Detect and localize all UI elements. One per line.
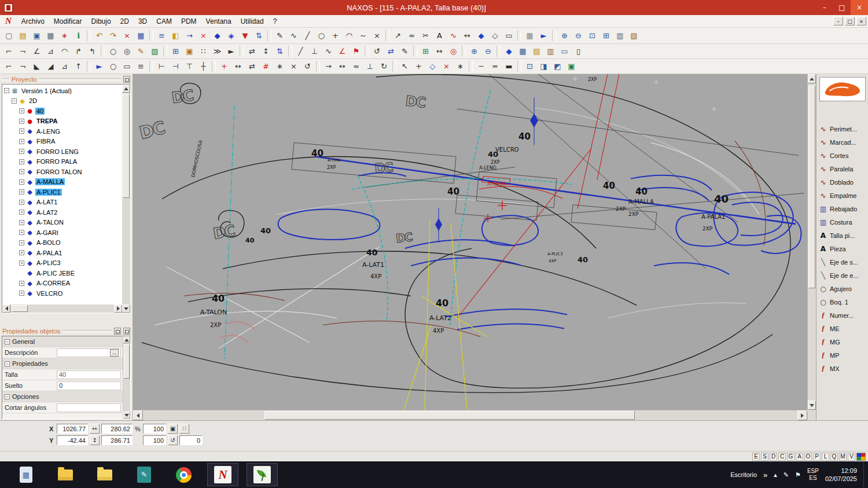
tree-item[interactable]: + FIBRA [4,137,122,147]
print-preview-icon[interactable]: ▥ [613,30,627,42]
scroll-right-icon[interactable] [114,304,122,313]
property-value-field[interactable] [64,337,121,346]
corner-b-icon[interactable]: ¬ [16,60,30,72]
diamond4-icon[interactable]: ◇ [426,60,439,72]
y-value-field[interactable]: -42.44 [57,435,88,445]
scroll-right-icon[interactable] [797,410,807,420]
stack-icon[interactable]: ≡ [134,60,148,72]
property-row[interactable]: Talla 40 [2,369,123,380]
scroll-down-icon[interactable] [122,304,130,313]
perp-icon[interactable]: ⊥ [308,45,321,57]
tool-item[interactable]: ∿ Empalme [816,189,868,202]
x-value-field[interactable]: 1026.77 [57,424,88,434]
play-icon[interactable]: ► [225,45,238,57]
next-icon[interactable]: ≫ [211,45,224,57]
tool-item[interactable]: ƒ MG [816,335,868,348]
tree-item[interactable]: + TREPA [4,116,122,127]
zoom-y-field[interactable]: 100 [143,435,166,445]
hatch-icon[interactable]: ▨ [148,45,161,57]
height-value-field[interactable]: 286.71 [101,435,133,445]
mode-letter[interactable]: V [848,453,855,461]
tree-item[interactable]: + FORRO TALON [4,167,122,177]
tree-expander-icon[interactable]: + [19,220,24,225]
tree-item[interactable]: + A-MALLA [4,177,122,188]
tree-expander-icon[interactable]: + [19,159,24,164]
zoom-x-field[interactable]: 100 [143,424,166,434]
center-icon[interactable]: ┼ [197,60,210,72]
filter-icon[interactable]: ▼ [238,30,252,42]
align-right-icon[interactable]: ⊣ [169,60,182,72]
corner-a-icon[interactable]: ⌐ [2,60,16,72]
mode-letter[interactable]: A [796,453,803,461]
tree-expander-icon[interactable]: + [19,108,24,113]
ellipsis-button[interactable]: ... [110,349,119,357]
tree-item[interactable]: + A-LAT1 [4,197,122,208]
copy-icon[interactable]: ⊞ [169,45,182,57]
file-explorer-icon[interactable] [50,463,81,486]
property-row[interactable]: − Propiedades [2,358,123,369]
zoom-prev-icon[interactable]: ⊖ [481,45,495,57]
pointer-icon[interactable]: ↖ [398,60,411,72]
panel-detach-icon[interactable] [123,76,130,83]
rect-icon[interactable]: ▭ [502,30,516,42]
wave-icon[interactable]: ≈ [405,30,418,42]
manual-icon[interactable]: ▧ [627,30,641,42]
tree-expander-icon[interactable]: + [19,250,24,255]
ellipse2-icon[interactable]: ○ [106,60,120,72]
tree-expander-icon[interactable]: + [19,200,24,205]
naxos-icon[interactable]: N [207,463,238,486]
tree-item[interactable]: + VELCRO [4,288,122,299]
close-button[interactable]: × [851,0,868,15]
property-row[interactable]: Cortar ángulos [2,402,123,413]
drawing-canvas[interactable]: 40A-TIRA2XPDOMHOSCOUSA2XP40VELCRO402XPA-… [133,74,816,420]
polygon-icon[interactable]: ◇ [488,30,502,42]
property-row[interactable]: Suelto 0 [2,380,123,391]
tree-item[interactable]: + A-PLIC1 [4,187,122,197]
align-top-icon[interactable]: ⊤ [183,60,196,72]
sort-icon[interactable]: ⇅ [252,30,266,42]
rotate-icon[interactable]: ↺ [370,45,384,57]
tree-hscrollbar[interactable] [2,304,122,313]
property-value-field[interactable]: 0 [57,381,121,390]
zoom-out-icon[interactable]: ⊖ [572,30,585,42]
dimension-icon[interactable]: ↔ [433,45,446,57]
refresh-icon[interactable]: ↺ [301,60,314,72]
tree-expander-icon[interactable]: + [19,169,24,174]
notes-icon[interactable]: ✎ [128,463,160,486]
pen-input-icon[interactable]: ✎ [784,471,789,479]
new-icon[interactable]: ▢ [2,30,16,42]
tool-item[interactable]: ƒ MX [816,362,868,375]
save-icon[interactable]: ▣ [30,30,43,42]
dots-icon[interactable]: ∷ [197,45,210,57]
desktop-toolbar-label[interactable]: Escritorio [730,471,757,478]
mdi-close-button[interactable]: × [856,17,866,25]
property-row[interactable]: − Opciones [2,391,123,402]
section-collapse-icon[interactable]: − [5,339,10,344]
redo-icon[interactable]: ↷ [106,30,120,42]
tree-expander-icon[interactable]: − [4,88,9,93]
tree-item[interactable]: − Versión 1 (Actual) [4,86,122,96]
resize-icon[interactable]: ↕ [259,45,273,57]
book-icon[interactable]: ▥ [544,45,557,57]
mode-letter[interactable]: O [804,453,812,461]
tool-item[interactable]: ╲ Eje de s... [816,255,868,269]
circle-icon[interactable]: ○ [315,30,328,42]
shrink-icon[interactable]: ↰ [86,45,99,57]
move2-icon[interactable]: ⇄ [245,60,259,72]
scissors-icon[interactable]: ✂ [419,30,432,42]
snap-toggle-icon[interactable]: ▣ [168,424,178,434]
tool-item[interactable]: ○ Agujero [816,282,868,295]
tool-item[interactable]: ○ Boq. 1 [816,295,868,309]
layers-icon[interactable]: ≡ [155,30,168,42]
dline-icon[interactable]: ═ [488,60,502,72]
menu-item[interactable]: Dibujo [87,16,116,27]
pen2-icon[interactable]: ✎ [398,45,411,57]
tree-item[interactable]: + A-GARI [4,228,122,238]
panel2-icon[interactable]: ⊡ [523,60,536,72]
tool-item[interactable]: ∿ Perimet... [816,122,868,135]
tree-expander-icon[interactable]: + [19,260,24,266]
group-icon[interactable]: ⊞ [419,45,432,57]
mode-letter[interactable]: Q [830,453,838,461]
property-row[interactable]: − General [2,336,123,347]
tree-expander-icon[interactable]: + [19,179,24,185]
